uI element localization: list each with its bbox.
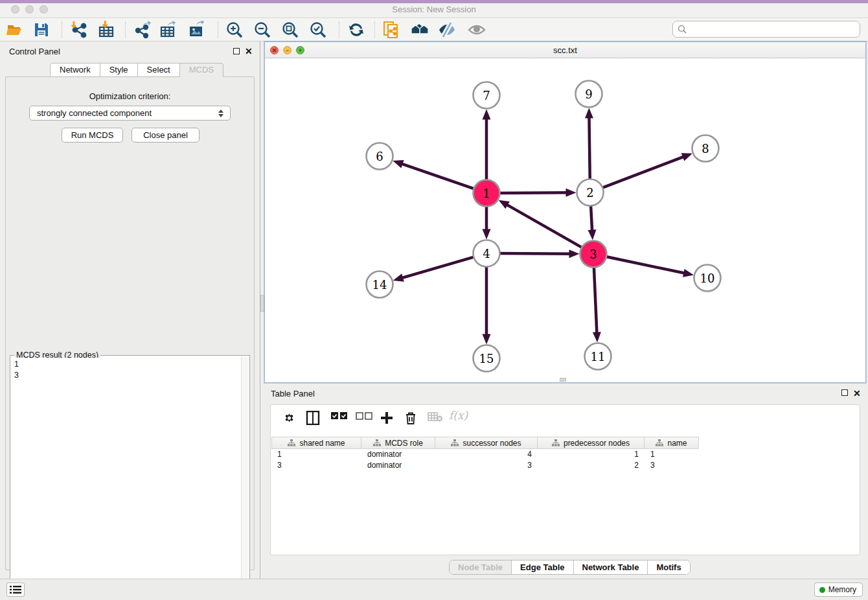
mcds-result-text[interactable]: 1 3 — [11, 358, 241, 600]
export-network-icon[interactable] — [133, 21, 152, 39]
tab-style[interactable]: Style — [100, 63, 138, 77]
node-label-10: 10 — [700, 271, 715, 285]
table-cell[interactable]: 1 — [538, 449, 645, 460]
edge-3-10[interactable] — [605, 257, 687, 274]
tab-edge-table[interactable]: Edge Table — [511, 560, 573, 574]
zoom-selected-icon[interactable] — [309, 21, 327, 39]
edge-3-11[interactable] — [594, 266, 597, 335]
eye-icon — [468, 21, 486, 39]
column-header-label: MCDS role — [385, 439, 423, 448]
network-graph[interactable]: 7968124314101511 — [265, 58, 865, 382]
column-sort-icon — [288, 439, 295, 446]
column-header-0[interactable]: shared name — [271, 437, 361, 449]
node-label-14: 14 — [372, 278, 387, 292]
column-selector-icon[interactable] — [306, 411, 320, 425]
add-column-icon[interactable] — [380, 411, 394, 425]
edge-4-3[interactable] — [498, 253, 572, 254]
memory-status-icon — [819, 587, 825, 593]
delete-column-icon[interactable] — [404, 411, 417, 425]
table-row[interactable]: 3dominator323 — [271, 460, 860, 471]
arrowhead-2-8 — [681, 153, 692, 161]
import-table-icon[interactable] — [97, 21, 115, 39]
task-history-button[interactable] — [6, 583, 25, 597]
table-cell[interactable]: 1 — [271, 449, 361, 460]
tab-node-table[interactable]: Node Table — [450, 560, 511, 574]
run-mcds-button[interactable]: Run MCDS — [62, 128, 123, 143]
optimization-criterion-label: Optimization criterion: — [6, 91, 254, 101]
column-header-label: shared name — [299, 439, 345, 448]
toggle-graphics-details-icon[interactable] — [438, 21, 456, 39]
accent-strip — [0, 0, 868, 3]
edge-3-1[interactable] — [505, 203, 583, 248]
apply-layout-icon[interactable] — [347, 21, 365, 39]
export-image-icon[interactable] — [188, 21, 206, 39]
column-header-1[interactable]: MCDS role — [361, 437, 435, 449]
clone-network-icon[interactable] — [382, 21, 400, 39]
column-header-3[interactable]: predecessor nodes — [538, 437, 645, 449]
zoom-out-icon[interactable] — [253, 21, 271, 39]
edge-1-2[interactable] — [498, 192, 569, 193]
edge-2-8[interactable] — [601, 156, 685, 189]
search-input[interactable] — [690, 22, 855, 36]
table-cell[interactable]: dominator — [361, 460, 435, 471]
tab-motifs[interactable]: Motifs — [647, 560, 689, 574]
float-table-panel-icon[interactable] — [841, 389, 848, 396]
function-builder-icon-disabled: f(x) — [449, 409, 468, 422]
select-all-checkboxes-icon[interactable] — [331, 411, 348, 421]
table-cell[interactable]: 1 — [645, 449, 699, 460]
table-cell[interactable]: 2 — [538, 460, 645, 471]
search-box[interactable] — [672, 21, 860, 38]
table-cell[interactable]: 3 — [645, 460, 699, 471]
tab-select[interactable]: Select — [138, 63, 180, 77]
column-header-2[interactable]: successor nodes — [435, 437, 538, 449]
first-neighbors-icon[interactable] — [411, 21, 429, 39]
open-file-icon[interactable] — [6, 21, 24, 39]
table-cell[interactable]: dominator — [361, 449, 435, 460]
memory-button[interactable]: Memory — [814, 583, 863, 597]
zoom-in-icon[interactable] — [225, 21, 244, 39]
node-table[interactable]: shared nameMCDS rolesuccessor nodesprede… — [271, 437, 860, 471]
edge-4-14[interactable] — [400, 257, 475, 279]
arrowhead-1-7 — [483, 110, 491, 120]
delete-table-icon-disabled — [428, 411, 443, 422]
close-panel-icon[interactable]: ✕ — [245, 48, 253, 54]
node-label-3: 3 — [589, 248, 597, 261]
tab-mcds[interactable]: MCDS — [180, 63, 223, 77]
close-panel-button[interactable]: Close panel — [131, 128, 200, 143]
table-cell[interactable]: 3 — [271, 460, 361, 471]
arrowhead-1-4 — [483, 229, 491, 240]
table-body: 1dominator4113dominator323 — [271, 449, 860, 471]
network-scrollbar-thumb[interactable] — [560, 378, 566, 382]
window-titlebar: Session: New Session — [0, 0, 868, 18]
edge-1-6[interactable] — [400, 163, 475, 189]
column-sort-icon — [552, 439, 560, 446]
tab-network-table[interactable]: Network Table — [573, 560, 648, 574]
arrowhead-4-14 — [393, 273, 404, 281]
edge-2-3[interactable] — [591, 204, 592, 233]
table-cell[interactable]: 3 — [435, 460, 538, 471]
import-network-icon[interactable] — [70, 21, 88, 39]
panel-splitter[interactable] — [260, 41, 264, 579]
mcds-result-scrollbar[interactable] — [241, 356, 249, 600]
table-cell[interactable]: 4 — [435, 449, 538, 460]
optimization-criterion-dropdown[interactable]: strongly connected component — [29, 106, 231, 121]
save-session-icon[interactable] — [32, 21, 51, 39]
column-sort-icon — [656, 439, 663, 446]
column-header-4[interactable]: name — [645, 437, 699, 449]
network-canvas[interactable]: 7968124314101511 — [265, 58, 865, 382]
table-row[interactable]: 1dominator411 — [271, 449, 860, 460]
float-panel-icon[interactable] — [233, 48, 240, 54]
edge-2-9[interactable] — [589, 115, 589, 180]
table-settings-icon[interactable] — [281, 411, 295, 425]
tab-network[interactable]: Network — [50, 63, 100, 77]
node-label-15: 15 — [479, 352, 494, 365]
export-table-icon[interactable] — [159, 21, 177, 39]
zoom-fit-icon[interactable] — [281, 21, 299, 39]
network-window-titlebar[interactable]: ✕ − + scc.txt — [265, 42, 865, 58]
arrowhead-3-10 — [683, 269, 694, 277]
close-table-panel-icon[interactable]: ✕ — [853, 390, 861, 397]
table-panel-title: Table Panel — [271, 389, 315, 398]
table-panel-tabs: Node Table Edge Table Network Table Moti… — [449, 560, 691, 575]
search-icon — [678, 25, 687, 34]
deselect-all-checkboxes-icon[interactable] — [356, 411, 372, 421]
